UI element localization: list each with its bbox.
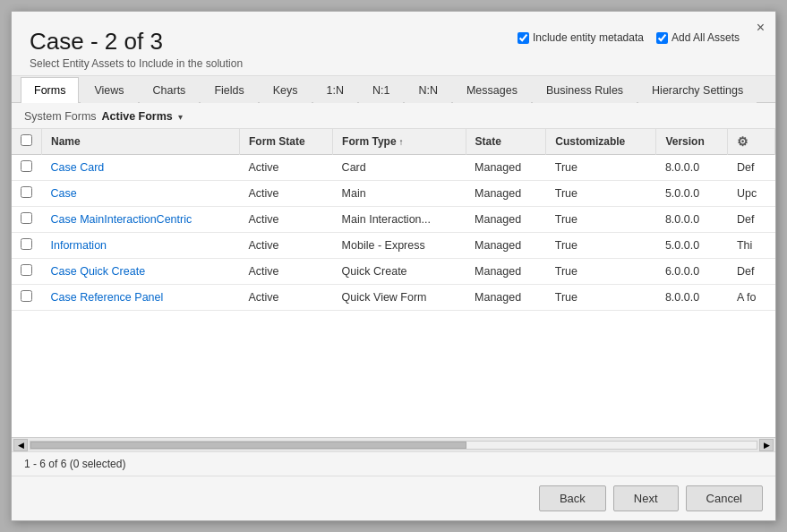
- row-customizable: True: [546, 207, 656, 233]
- row-form-state: Active: [240, 259, 333, 285]
- system-forms-label: System Forms: [24, 110, 97, 123]
- tab-fields[interactable]: Fields: [201, 77, 257, 103]
- table-row: Case Reference PanelActiveQuick View For…: [12, 285, 775, 311]
- row-checkbox[interactable]: [21, 212, 32, 224]
- row-name-link[interactable]: Case: [51, 187, 77, 200]
- tab-n-n[interactable]: N:N: [405, 77, 451, 103]
- row-name-link[interactable]: Case Reference Panel: [51, 291, 164, 304]
- row-check[interactable]: [12, 155, 42, 181]
- row-check[interactable]: [12, 207, 42, 233]
- select-all-checkbox[interactable]: [21, 134, 32, 146]
- include-entity-metadata-checkbox[interactable]: [518, 32, 529, 44]
- header-name: Name: [42, 129, 240, 155]
- row-version: 5.0.0.0: [656, 181, 728, 207]
- row-check[interactable]: [12, 181, 42, 207]
- row-form-state: Active: [240, 233, 333, 259]
- tab-messages[interactable]: Messages: [453, 77, 531, 103]
- title-bar: Case - 2 of 3 Select Entity Assets to In…: [12, 12, 775, 76]
- table-row: Case Quick CreateActiveQuick CreateManag…: [12, 259, 775, 285]
- status-bar: 1 - 6 of 6 (0 selected): [12, 451, 775, 476]
- header-extra: ⚙: [728, 129, 775, 155]
- subheader: System Forms Active Forms ▾: [12, 103, 775, 129]
- add-all-assets-text: Add All Assets: [672, 31, 740, 44]
- include-entity-metadata-text: Include entity metadata: [533, 31, 644, 44]
- row-form-type: Quick Create: [333, 259, 466, 285]
- row-check[interactable]: [12, 285, 42, 311]
- row-name: Case Reference Panel: [42, 285, 240, 311]
- row-checkbox[interactable]: [21, 160, 32, 172]
- horizontal-scrollbar[interactable]: ◀ ▶: [12, 437, 775, 451]
- add-all-assets-checkbox[interactable]: [656, 32, 668, 44]
- row-name-link[interactable]: Case MainInteractionCentric: [51, 213, 192, 226]
- tab-views[interactable]: Views: [81, 77, 137, 103]
- row-name: Case Card: [42, 155, 240, 181]
- row-form-state: Active: [240, 285, 333, 311]
- active-forms-dropdown-icon[interactable]: ▾: [178, 112, 183, 122]
- row-checkbox[interactable]: [21, 290, 32, 302]
- table-header-row: Name Form State Form Type ↑ State Custom…: [12, 129, 775, 155]
- row-extra: Def: [728, 259, 775, 285]
- scrollbar-thumb[interactable]: [30, 442, 466, 449]
- row-form-type: Main: [333, 181, 466, 207]
- row-state: Managed: [466, 155, 546, 181]
- row-name: Case: [42, 181, 240, 207]
- close-button[interactable]: ×: [757, 21, 765, 35]
- table-row: CaseActiveMainManagedTrue5.0.0.0Upc: [12, 181, 775, 207]
- footer: Back Next Cancel: [12, 476, 775, 520]
- row-check[interactable]: [12, 259, 42, 285]
- row-checkbox[interactable]: [21, 186, 32, 198]
- tab-forms[interactable]: Forms: [21, 77, 79, 103]
- tab-keys[interactable]: Keys: [260, 77, 312, 103]
- row-form-type: Quick View Form: [333, 285, 466, 311]
- scroll-right-button[interactable]: ▶: [759, 439, 774, 451]
- row-checkbox[interactable]: [21, 238, 32, 250]
- table-container: Name Form State Form Type ↑ State Custom…: [12, 129, 775, 437]
- row-checkbox[interactable]: [21, 264, 32, 276]
- tab-hierarchy-settings[interactable]: Hierarchy Settings: [638, 77, 757, 103]
- scrollbar-track[interactable]: [30, 441, 757, 450]
- row-customizable: True: [546, 259, 656, 285]
- tabs-bar: FormsViewsChartsFieldsKeys1:NN:1N:NMessa…: [12, 76, 775, 103]
- row-form-state: Active: [240, 155, 333, 181]
- row-version: 6.0.0.0: [656, 259, 728, 285]
- row-version: 8.0.0.0: [656, 285, 728, 311]
- row-state: Managed: [466, 181, 546, 207]
- main-dialog: Case - 2 of 3 Select Entity Assets to In…: [11, 11, 776, 521]
- row-form-state: Active: [240, 181, 333, 207]
- tab-1-n[interactable]: 1:N: [313, 77, 357, 103]
- header-version: Version: [656, 129, 728, 155]
- header-form-type[interactable]: Form Type ↑: [333, 129, 466, 155]
- forms-table: Name Form State Form Type ↑ State Custom…: [12, 129, 775, 311]
- tab-charts[interactable]: Charts: [140, 77, 200, 103]
- row-name: Case MainInteractionCentric: [42, 207, 240, 233]
- next-button[interactable]: Next: [613, 485, 679, 511]
- row-check[interactable]: [12, 233, 42, 259]
- row-customizable: True: [546, 233, 656, 259]
- back-button[interactable]: Back: [539, 485, 606, 511]
- status-text: 1 - 6 of 6 (0 selected): [24, 458, 125, 470]
- tab-business-rules[interactable]: Business Rules: [533, 77, 637, 103]
- header-check: [12, 129, 42, 155]
- row-name-link[interactable]: Case Quick Create: [51, 265, 146, 278]
- header-form-state: Form State: [240, 129, 333, 155]
- row-state: Managed: [466, 207, 546, 233]
- include-entity-metadata-label[interactable]: Include entity metadata: [518, 31, 644, 44]
- cancel-button[interactable]: Cancel: [686, 485, 763, 511]
- row-version: 5.0.0.0: [656, 233, 728, 259]
- table-row: Case CardActiveCardManagedTrue8.0.0.0Def: [12, 155, 775, 181]
- row-customizable: True: [546, 181, 656, 207]
- row-state: Managed: [466, 259, 546, 285]
- row-extra: Upc: [728, 181, 775, 207]
- dialog-subtitle: Select Entity Assets to Include in the s…: [30, 57, 757, 70]
- row-extra: Def: [728, 207, 775, 233]
- row-name-link[interactable]: Case Card: [51, 161, 105, 174]
- row-name: Information: [42, 233, 240, 259]
- row-name: Case Quick Create: [42, 259, 240, 285]
- header-state: State: [466, 129, 546, 155]
- scroll-left-button[interactable]: ◀: [13, 439, 28, 451]
- table-row: InformationActiveMobile - ExpressManaged…: [12, 233, 775, 259]
- add-all-assets-label[interactable]: Add All Assets: [656, 31, 740, 44]
- row-form-state: Active: [240, 207, 333, 233]
- tab-n-1[interactable]: N:1: [359, 77, 403, 103]
- row-name-link[interactable]: Information: [51, 239, 107, 252]
